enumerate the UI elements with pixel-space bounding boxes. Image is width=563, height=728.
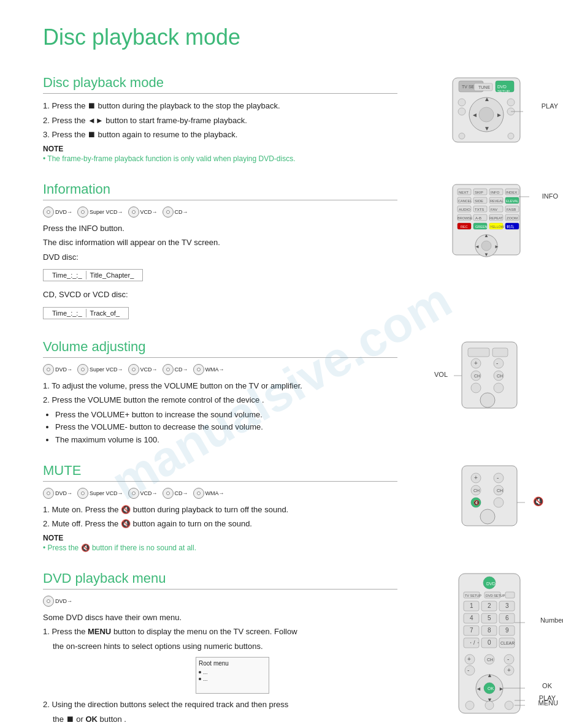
page-container: manualsive.com Disc playback mode Disc p… bbox=[0, 0, 563, 728]
mute-wma-icon bbox=[193, 488, 204, 499]
dvd-menu-disc-dvd: DVD→ bbox=[43, 596, 72, 607]
page-title: Disc playback mode bbox=[43, 25, 532, 50]
section-header-mute: MUTE bbox=[43, 463, 397, 482]
vol-cd-lbl: CD→ bbox=[175, 366, 188, 373]
vol-bullet-minus: Press the VOLUME- button to decrease the… bbox=[55, 421, 397, 434]
svg-text:6: 6 bbox=[505, 615, 509, 621]
vol-dvd-lbl: DVD→ bbox=[55, 366, 72, 373]
remote-info-svg: NEXT SKIP INFO INDEX CANCEL SIDE REVEAL bbox=[446, 181, 532, 261]
svg-text:0: 0 bbox=[488, 639, 491, 646]
vol-disc-svcd: Super VCD→ bbox=[77, 364, 123, 375]
svcd-disc-icon bbox=[77, 207, 88, 218]
svg-text:鹤鸟: 鹤鸟 bbox=[507, 225, 514, 229]
svg-text:5: 5 bbox=[488, 615, 491, 621]
mute-dvd-icon bbox=[43, 488, 54, 499]
mute-disc-icons: DVD→ Super VCD→ VCD→ CD→ bbox=[43, 488, 397, 499]
mute-step2: 2. Mute off. Press the 🔇 button again to… bbox=[43, 518, 397, 530]
vol-bullet-plus: Press the VOLUME+ button to increase the… bbox=[55, 409, 397, 422]
svg-text:8: 8 bbox=[488, 627, 491, 634]
dvd-menu-step2: 2. Using the direction buttons select th… bbox=[43, 699, 397, 711]
svg-text:A-B: A-B bbox=[475, 216, 481, 220]
vol-disc-wma: WMA→ bbox=[193, 364, 224, 375]
vol-wma-icon bbox=[193, 364, 204, 375]
svg-text:◄: ◄ bbox=[476, 686, 481, 692]
dvd-menu-step1: 1. Press the MENU button to display the … bbox=[43, 626, 397, 638]
svg-text:TV SETUP: TV SETUP bbox=[465, 594, 481, 597]
svg-rect-71 bbox=[492, 348, 508, 357]
info-press: Press the INFO button. bbox=[43, 222, 397, 235]
vol-bullets: Press the VOLUME+ button to increase the… bbox=[43, 409, 397, 447]
svg-text:GREEN: GREEN bbox=[475, 225, 488, 229]
ok-label: OK bbox=[542, 682, 552, 689]
svg-point-14 bbox=[458, 99, 465, 106]
vol-disc-vcd: VCD→ bbox=[128, 364, 158, 375]
svg-text:◄: ◄ bbox=[472, 112, 478, 118]
svg-text:CANCEL: CANCEL bbox=[458, 199, 472, 203]
svg-text:CH: CH bbox=[473, 488, 480, 493]
disc-step-2: 2. Press the ◄► button to start frame-by… bbox=[43, 115, 397, 127]
svg-text:4: 4 bbox=[470, 615, 473, 621]
dvd-label: DVD→ bbox=[55, 209, 72, 215]
svg-point-96 bbox=[480, 509, 495, 524]
disc-cd: CD→ bbox=[163, 207, 188, 218]
svg-text:DVD SETUP: DVD SETUP bbox=[486, 594, 505, 597]
svg-text:▲: ▲ bbox=[484, 96, 490, 102]
svg-text:OK: OK bbox=[488, 686, 494, 691]
svg-text:-: - bbox=[496, 360, 498, 366]
mute-wma-lbl: WMA→ bbox=[205, 490, 224, 496]
disc-step-3: 3. Press the ⏹ button again to resume to… bbox=[43, 129, 397, 141]
svg-text:-: - bbox=[507, 656, 509, 662]
remote-play-svg: TV SETUP DVD SETUP TUNE ▲ ▼ bbox=[446, 75, 532, 148]
vcd-label: VCD→ bbox=[140, 209, 158, 215]
svg-text:►: ► bbox=[496, 112, 502, 118]
mute-disc-cd: CD→ bbox=[163, 488, 188, 499]
mute-vcd-lbl: VCD→ bbox=[140, 490, 158, 496]
svg-text:INFO: INFO bbox=[491, 191, 500, 194]
dvd-menu-item-2: ... bbox=[199, 676, 266, 682]
svg-rect-103 bbox=[505, 592, 515, 598]
svg-text:-: - bbox=[467, 667, 469, 673]
remote-dvd-menu-svg: DVD TV SETUP DVD SETUP 1 bbox=[453, 571, 532, 718]
svg-text:►: ► bbox=[494, 244, 499, 249]
svg-point-149 bbox=[505, 701, 513, 710]
disc-note-label: NOTE bbox=[43, 145, 397, 153]
svg-text:NEXT: NEXT bbox=[459, 191, 469, 194]
svg-point-18 bbox=[459, 133, 465, 139]
section-header-disc-playback: Disc playback mode bbox=[43, 75, 397, 94]
svg-text:7: 7 bbox=[470, 627, 473, 634]
svg-point-95 bbox=[494, 498, 504, 507]
svg-text:TXTS: TXTS bbox=[475, 208, 484, 211]
svg-rect-70 bbox=[468, 348, 489, 357]
info-label: INFO bbox=[542, 192, 558, 200]
vol-svcd-icon bbox=[77, 364, 88, 375]
svg-text:2: 2 bbox=[488, 602, 491, 609]
section-header-dvd-menu: DVD playback menu bbox=[43, 571, 397, 590]
dvd-menu-remote-container: DVD TV SETUP DVD SETUP 1 bbox=[410, 564, 532, 728]
vol-dvd-icon bbox=[43, 364, 54, 375]
cd-track-cell: Track_of_ bbox=[86, 309, 124, 317]
vol-disc-cd: CD→ bbox=[163, 364, 188, 375]
svg-text:DVD: DVD bbox=[497, 85, 507, 89]
svg-text:9: 9 bbox=[505, 627, 509, 634]
svg-text:CLEAR: CLEAR bbox=[500, 641, 515, 645]
svg-text:REVEAL: REVEAL bbox=[490, 199, 504, 203]
info-remote-container: NEXT SKIP INFO INDEX CANCEL SIDE REVEAL bbox=[410, 175, 532, 323]
svg-text:▼: ▼ bbox=[484, 252, 489, 257]
mute-cd-lbl: CD→ bbox=[175, 490, 188, 496]
play-label: PLAY bbox=[542, 102, 558, 110]
mute-note-text: • Press the 🔇 button if there is no soun… bbox=[43, 544, 397, 552]
vol-step2: 2. Press the VOLUME button the remote co… bbox=[43, 394, 397, 406]
dvd-menu-disc-icons: DVD→ bbox=[43, 596, 397, 607]
svg-text:SIDE: SIDE bbox=[475, 199, 483, 203]
mute-cd-icon bbox=[163, 488, 174, 499]
disc-vcd: VCD→ bbox=[128, 207, 158, 218]
dvd-menu-box-container: Root menu ... ... bbox=[67, 657, 397, 694]
mute-note-label: NOTE bbox=[43, 534, 397, 542]
svg-text:CH: CH bbox=[497, 374, 503, 378]
svg-point-63 bbox=[481, 241, 491, 251]
dvd-menu-display: Root menu ... ... bbox=[196, 657, 269, 694]
svg-text:🔇: 🔇 bbox=[473, 499, 480, 506]
svg-point-73 bbox=[494, 358, 504, 368]
cd-label-icon: CD→ bbox=[175, 209, 188, 215]
svg-text:▲: ▲ bbox=[487, 672, 492, 678]
